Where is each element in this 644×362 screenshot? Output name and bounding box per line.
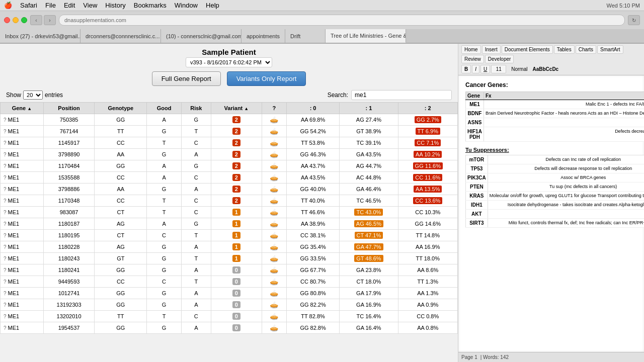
menu-history[interactable]: History	[105, 2, 125, 9]
underline-button[interactable]: U	[480, 65, 490, 73]
cell-pie: 🥧	[262, 126, 286, 137]
cell-question: ? ME1	[1, 299, 44, 311]
doc-supp-fx: Molecular on/off for growth, upreg GLUT1…	[488, 192, 644, 201]
cell-question: ? ME1	[1, 160, 44, 172]
menu-edit[interactable]: Edit	[64, 2, 75, 9]
tab-connersclnic[interactable]: (10) - connersclnic@gmail.com...	[161, 29, 242, 43]
col-one[interactable]: : 1	[340, 103, 398, 114]
cell-question: ? ME1	[1, 172, 44, 184]
cell-good: T	[147, 311, 181, 322]
table-row: ? ME1 1180195 CT C T 1 🥧 CC 38.1% CT 47.…	[1, 230, 458, 241]
doc-suppressors-body: mTOR Defects can Inc rate of cell replic…	[466, 155, 645, 228]
variants-only-report-button[interactable]: Variants Only Report	[227, 71, 306, 86]
menu-window[interactable]: Window	[175, 2, 198, 9]
controls-row: Show 20 10 25 50 entries Search:	[0, 88, 458, 102]
doc-suppressor-row: AKT	[466, 210, 645, 219]
cell-risk: A	[181, 149, 211, 160]
heading-preview: AaBbCcDc	[532, 66, 558, 72]
menu-file[interactable]: File	[45, 2, 56, 9]
cell-question: ? ME1	[1, 114, 44, 126]
cell-position: 750385	[43, 114, 94, 126]
data-table: Gene ▲ Position Genotype Good Risk Varia…	[0, 102, 458, 334]
doc-supp-fx: Defects can Inc rate of cell replication	[488, 155, 644, 164]
cell-risk: G	[181, 218, 211, 230]
address-bar[interactable]: dnasupplementation.com	[59, 15, 625, 26]
search-input[interactable]	[351, 90, 452, 100]
apple-menu[interactable]: 🍎	[4, 2, 12, 9]
menu-view[interactable]: View	[83, 2, 97, 9]
tab-appointments[interactable]: appointments	[242, 29, 285, 43]
cell-risk: T	[181, 230, 211, 241]
ribbon-insert[interactable]: Insert	[482, 45, 501, 54]
show-entries: Show 20 10 25 50 entries	[6, 90, 63, 100]
col-genotype[interactable]: Genotype	[95, 103, 147, 114]
col-two[interactable]: : 2	[398, 103, 457, 114]
entries-label: entries	[45, 92, 63, 99]
ribbon-tables[interactable]: Tables	[554, 45, 575, 54]
minimize-window-button[interactable]	[13, 17, 19, 23]
cell-position: 1180243	[43, 253, 94, 264]
cell-genotype: AA	[95, 184, 147, 195]
doc-supp-fx	[488, 210, 644, 219]
cell-stat-zero: TT 46.6%	[286, 207, 339, 218]
cell-stat-one: TC 39.1%	[340, 137, 398, 149]
cell-variant: 2	[211, 114, 262, 126]
cell-pie: 🥧	[262, 253, 286, 264]
menu-help[interactable]: Help	[206, 2, 219, 9]
ribbon-developer[interactable]: Developer	[485, 55, 514, 63]
col-zero[interactable]: : 0	[286, 103, 339, 114]
col-position[interactable]: Position	[43, 103, 94, 114]
col-good[interactable]: Good	[147, 103, 181, 114]
cell-stat-zero: GG 35.4%	[286, 241, 339, 253]
close-window-button[interactable]	[4, 17, 10, 23]
cell-good: G	[147, 184, 181, 195]
forward-button[interactable]: ›	[44, 15, 56, 25]
reload-button[interactable]: ↻	[628, 15, 640, 25]
menu-bookmarks[interactable]: Bookmarks	[134, 2, 167, 9]
version-select[interactable]: v393 - 8/16/2017 6:02:42 PM	[186, 57, 272, 67]
cell-risk: A	[181, 288, 211, 299]
tab-drconners[interactable]: drconners@connnersclinic.c...	[80, 29, 161, 43]
col-risk[interactable]: Risk	[181, 103, 211, 114]
menu-safari[interactable]: Safari	[20, 2, 37, 9]
doc-suppressor-row: KRAS Molecular on/off for growth, upreg …	[466, 192, 645, 201]
cell-pie: 🥧	[262, 299, 286, 311]
maximize-window-button[interactable]	[21, 17, 27, 23]
col-question[interactable]: ?	[262, 103, 286, 114]
cell-stat-two: GG 2.7%	[398, 114, 457, 126]
ribbon-doc-elements[interactable]: Document Elements	[502, 45, 553, 54]
bold-button[interactable]: B	[461, 65, 471, 73]
cell-pie: 🥧	[262, 184, 286, 195]
table-row: ? ME1 1180241 GG G A 0 🥧 GG 67.7% GA 23.…	[1, 264, 458, 276]
col-gene[interactable]: Gene ▲	[1, 103, 44, 114]
cell-risk: A	[181, 299, 211, 311]
doc-suppressor-row: IDH1 Isocitrate dehydrogenase - takes is…	[466, 201, 645, 210]
cell-variant: 1	[211, 230, 262, 241]
col-variant[interactable]: Variant ▲	[211, 103, 262, 114]
tab-treeoflife[interactable]: Tree of Life Ministries - Gene &...	[326, 29, 406, 43]
cell-stat-two: CC 0.8%	[398, 311, 457, 322]
cell-stat-zero: TT 40.0%	[286, 195, 339, 207]
full-gene-report-button[interactable]: Full Gene Report	[152, 71, 221, 86]
patient-name: Sample Patient	[6, 48, 452, 56]
ribbon-smartart[interactable]: SmartArt	[597, 45, 623, 54]
italic-button[interactable]: I	[472, 65, 479, 73]
ribbon-review[interactable]: Review	[461, 55, 484, 63]
table-row: ? ME1 1170348 CC T C 2 🥧 TT 40.0% TC 46.…	[1, 195, 458, 207]
cell-variant: 0	[211, 299, 262, 311]
doc-panel: Home Insert Document Elements Tables Cha…	[458, 44, 644, 362]
cell-stat-zero: TT 53.8%	[286, 137, 339, 149]
doc-supp-name: PTEN	[466, 183, 488, 192]
cell-stat-one: GA 16.9%	[340, 299, 398, 311]
cell-variant: 1	[211, 241, 262, 253]
ribbon-home[interactable]: Home	[461, 45, 481, 54]
cell-variant: 2	[211, 149, 262, 160]
cell-risk: T	[181, 253, 211, 264]
font-size-select[interactable]: 11	[491, 65, 506, 73]
entries-select[interactable]: 20 10 25 50	[23, 90, 43, 100]
cell-stat-one: TC 43.0%	[340, 207, 398, 218]
ribbon-charts[interactable]: Charts	[576, 45, 596, 54]
tab-inbox[interactable]: Inbox (27) - drkevin53@gmail...	[0, 29, 80, 43]
tab-drift[interactable]: Drift	[285, 29, 326, 43]
back-button[interactable]: ‹	[30, 15, 42, 25]
